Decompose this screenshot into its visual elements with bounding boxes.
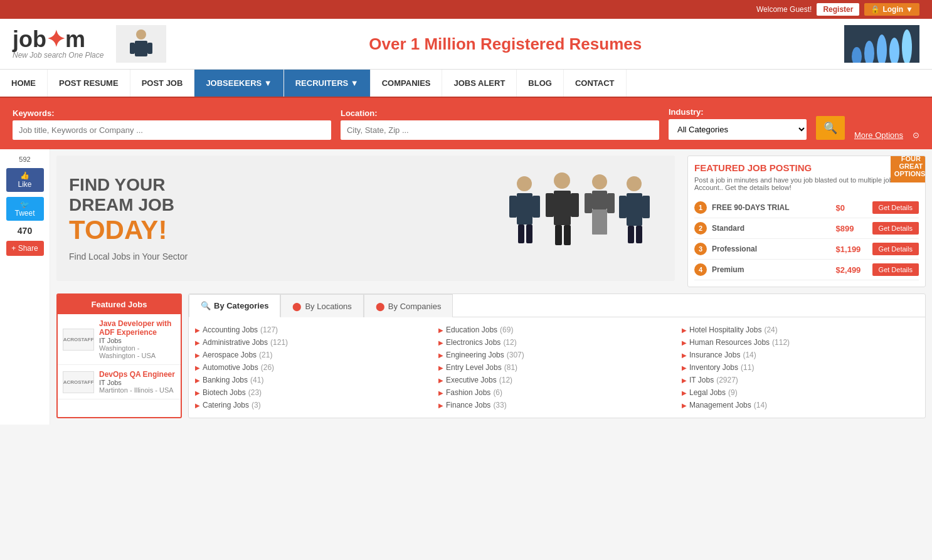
list-item[interactable]: ▶Engineering Jobs (307) (438, 349, 675, 361)
list-item[interactable]: ▶Entry Level Jobs (81) (438, 361, 675, 374)
svg-rect-20 (555, 225, 562, 245)
list-item[interactable]: ▶Electronics Jobs (12) (438, 336, 675, 349)
featured-jobs-panel: Featured Jobs ACROSTAFF Java Developer w… (56, 293, 182, 418)
arrow-icon: ▶ (682, 377, 687, 384)
list-item[interactable]: ▶Human Resources Jobs (112) (682, 336, 919, 349)
nav-post-resume[interactable]: POST RESUME (48, 70, 130, 97)
arrow-icon: ▶ (682, 352, 687, 359)
share-button[interactable]: + Share (6, 241, 44, 256)
svg-rect-12 (509, 196, 517, 218)
nav-jobseekers[interactable]: JOBSEEKERS ▼ (194, 70, 283, 97)
arrow-icon: ▶ (682, 339, 687, 346)
list-item[interactable]: ▶Banking Jobs (41) (195, 374, 432, 386)
plan-number: 2 (694, 222, 707, 235)
featured-posting-desc: Post a job in minutes and have you job b… (694, 176, 919, 191)
nav-companies[interactable]: COMPANIES (371, 70, 443, 97)
main-content: 592 👍 Like 🐦 Tweet 470 + Share FIND YOUR… (0, 149, 932, 425)
job-count: (14) (743, 351, 756, 359)
job-category-name: Finance Jobs (446, 401, 490, 409)
svg-rect-1 (135, 41, 147, 56)
plan-get-details-button[interactable]: Get Details (872, 222, 919, 235)
plan-number: 3 (694, 243, 707, 255)
list-item[interactable]: ▶Fashion Jobs (6) (438, 386, 675, 399)
job-count: (21) (259, 351, 272, 359)
nav-post-job[interactable]: POST JOB (130, 70, 195, 97)
job-count: (12) (499, 376, 512, 384)
plan-row: 2 Standard $899 Get Details (694, 218, 919, 239)
featured-posting-panel: FEATURED JOB POSTING Post a job in minut… (687, 156, 926, 287)
industry-select[interactable]: All Categories (669, 119, 807, 140)
search-button[interactable]: 🔍 (816, 116, 845, 140)
list-item[interactable]: ▶Aerospace Jobs (21) (195, 349, 432, 361)
list-item[interactable]: ▶Legal Jobs (9) (682, 386, 919, 399)
tab-by-companies[interactable]: ⬤ By Companies (364, 294, 453, 317)
twitter-tweet-button[interactable]: 🐦 Tweet (6, 197, 44, 221)
arrow-icon: ▶ (195, 389, 200, 396)
list-item[interactable]: ▶Administrative Jobs (121) (195, 336, 432, 349)
svg-rect-19 (571, 193, 579, 217)
svg-rect-15 (526, 225, 532, 243)
more-options-icon: ⊙ (913, 130, 919, 140)
welcome-text: Welcome Guest! (756, 5, 812, 14)
list-item[interactable]: ▶IT Jobs (2927) (682, 374, 919, 386)
job-title[interactable]: DevOps QA Engineer (99, 370, 175, 379)
plan-get-details-button[interactable]: Get Details (872, 201, 919, 214)
arrow-icon: ▶ (682, 389, 687, 396)
list-item[interactable]: ▶Inventory Jobs (11) (682, 361, 919, 374)
register-button[interactable]: Register (817, 3, 859, 16)
tabs-header: 🔍 By Categories ⬤ By Locations ⬤ By Comp… (189, 294, 925, 317)
tab-by-locations[interactable]: ⬤ By Locations (280, 294, 363, 317)
login-button[interactable]: 🔒 Login ▼ (864, 3, 919, 16)
arrow-icon: ▶ (682, 402, 687, 409)
svg-rect-28 (627, 193, 642, 226)
tab-by-categories[interactable]: 🔍 By Categories (189, 294, 280, 317)
plan-price: $1,199 (836, 245, 867, 254)
arrow-icon: ▶ (438, 402, 443, 409)
job-category-name: Biotech Jobs (203, 388, 246, 397)
plan-number: 1 (694, 201, 707, 214)
job-count: (33) (493, 401, 506, 409)
job-category-name: Legal Jobs (689, 388, 726, 397)
job-category-name: Catering Jobs (203, 401, 249, 409)
job-category-name: IT Jobs (689, 376, 714, 384)
keywords-input[interactable] (13, 120, 331, 140)
nav-home[interactable]: HOME (0, 70, 48, 97)
header: job✦m New Job search One Place Over 1 Mi… (0, 19, 932, 70)
list-item[interactable]: ▶Insurance Jobs (14) (682, 349, 919, 361)
list-item[interactable]: ▶Executive Jobs (12) (438, 374, 675, 386)
job-title[interactable]: Java Developer with ADF Experience (99, 319, 176, 337)
list-item[interactable]: ▶Management Jobs (14) (682, 399, 919, 411)
plan-get-details-button[interactable]: Get Details (872, 243, 919, 255)
list-item[interactable]: ▶Catering Jobs (3) (195, 399, 432, 411)
nav-jobs-alert[interactable]: JOBS ALERT (442, 70, 517, 97)
keywords-field: Keywords: (13, 108, 331, 140)
list-item[interactable]: ▶Biotech Jobs (23) (195, 386, 432, 399)
plan-get-details-button[interactable]: Get Details (872, 263, 919, 276)
job-category-name: Human Resources Jobs (689, 338, 770, 347)
featured-posting-title: FEATURED JOB POSTING (694, 162, 919, 173)
job-item: ACROSTAFF Java Developer with ADF Experi… (58, 314, 181, 365)
nav-recruiters[interactable]: RECRUITERS ▼ (284, 70, 371, 97)
header-right-image (844, 25, 919, 63)
more-options-link[interactable]: More Options (854, 130, 903, 140)
job-count: (307) (507, 351, 524, 359)
list-item[interactable]: ▶Finance Jobs (33) (438, 399, 675, 411)
location-input[interactable] (341, 120, 659, 140)
list-item[interactable]: ▶Hotel Hospitality Jobs (24) (682, 324, 919, 336)
list-item[interactable]: ▶Automotive Jobs (26) (195, 361, 432, 374)
list-item[interactable]: ▶Accounting Jobs (127) (195, 324, 432, 336)
job-count: (3) (252, 401, 261, 409)
nav-blog[interactable]: BLOG (517, 70, 564, 97)
jobs-column: ▶Accounting Jobs (127)▶Administrative Jo… (195, 324, 432, 411)
jobs-grid: ▶Accounting Jobs (127)▶Administrative Jo… (189, 317, 925, 418)
arrow-icon: ▶ (195, 327, 200, 334)
job-category-name: Automotive Jobs (203, 363, 258, 372)
job-category-name: Accounting Jobs (203, 325, 258, 334)
arrow-icon: ▶ (438, 389, 443, 396)
job-category-name: Administrative Jobs (203, 338, 268, 347)
facebook-like-button[interactable]: 👍 Like (6, 168, 44, 192)
svg-rect-17 (554, 191, 571, 225)
job-category-name: Banking Jobs (203, 376, 248, 384)
nav-contact[interactable]: CONTACT (564, 70, 627, 97)
list-item[interactable]: ▶Education Jobs (69) (438, 324, 675, 336)
